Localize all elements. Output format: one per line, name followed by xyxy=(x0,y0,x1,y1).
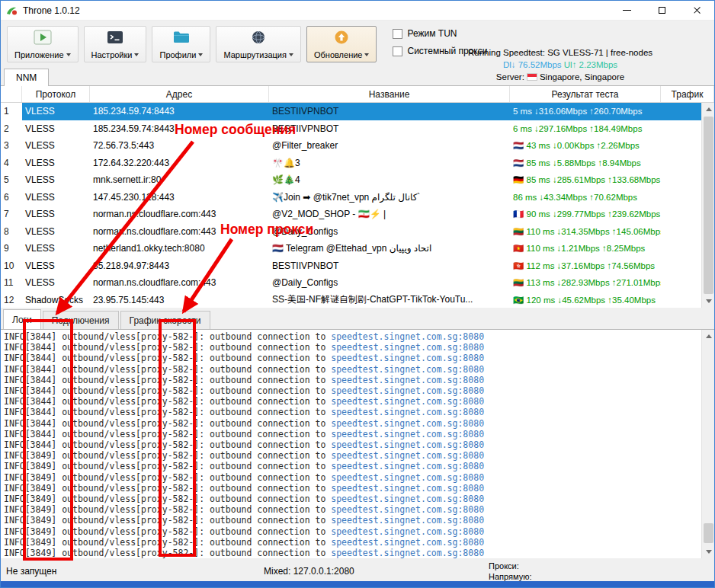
log-url: speedtest.singnet.com.sg:8080 xyxy=(331,515,484,526)
cell-name: BESTIIVPNBOT xyxy=(269,260,510,271)
settings-button[interactable]: Настройки xyxy=(84,26,147,62)
log-line: INFO[3849] outbound/vless[proxy-582-]: o… xyxy=(4,483,701,494)
log-line: INFO[3849] outbound/vless[proxy-582-]: o… xyxy=(4,494,701,504)
cell-proto: VLESS xyxy=(22,243,90,254)
checkbox-icon xyxy=(393,46,402,56)
scroll-down-icon[interactable] xyxy=(702,295,715,308)
update-arrow-icon xyxy=(332,30,351,45)
tab-connections[interactable]: Подключения xyxy=(43,311,119,329)
log-scrollbar[interactable] xyxy=(701,330,714,558)
tun-mode-label: Режим TUN xyxy=(407,28,457,39)
status-bar: Не запущен Mixed: 127.0.0.1:2080 Прокси:… xyxy=(1,558,714,583)
cell-num: 7 xyxy=(1,209,22,219)
header-traffic[interactable]: Трафик xyxy=(661,86,714,102)
speedtest-running-text: Running Speedtest: SG VLESS-71 | free-no… xyxy=(454,46,667,59)
tab-logs[interactable]: Логи xyxy=(3,309,41,329)
table-row[interactable]: 4VLESS172.64.32.220:443🎌🔔3🇳🇱 85 ms ↓5.88… xyxy=(1,155,701,172)
update-button[interactable]: Обновление xyxy=(306,26,377,62)
app-window: Throne 1.0.12 Приложение Настройки xyxy=(0,0,715,588)
log-line: INFO[3844] outbound/vless[proxy-582-]: o… xyxy=(4,429,701,439)
header-corner xyxy=(1,86,22,102)
log-url: speedtest.singnet.com.sg:8080 xyxy=(331,385,484,396)
profiles-label: Профили xyxy=(159,50,196,59)
table-row[interactable]: 2VLESS185.234.59.74:8443BESTIIVPNBOT6 ms… xyxy=(1,120,701,138)
profiles-button[interactable]: Профили xyxy=(152,26,210,62)
server-table: Протокол Адрес Название Результат теста … xyxy=(1,85,714,308)
dropdown-arrow-icon xyxy=(289,53,293,56)
maximize-button[interactable] xyxy=(644,1,679,20)
header-test-result[interactable]: Результат теста xyxy=(510,86,661,102)
table-row[interactable]: 9VLESSnetherland1.okky.tech:8080🇳🇱 Teleg… xyxy=(1,240,701,257)
table-row[interactable]: 6VLESS147.45.230.128:443✈️Join ➡ @tik7ne… xyxy=(1,189,701,206)
log-url: speedtest.singnet.com.sg:8080 xyxy=(331,548,484,558)
cell-addr: 185.234.59.74:8443 xyxy=(90,123,269,134)
cell-num: 10 xyxy=(1,260,22,271)
cell-proto: VLESS xyxy=(22,226,90,237)
log-line: INFO[3844] outbound/vless[proxy-582-]: o… xyxy=(4,439,701,450)
cell-name: BESTIIVPNBOT xyxy=(269,123,510,134)
log-url: speedtest.singnet.com.sg:8080 xyxy=(331,418,484,429)
cell-proto: VLESS xyxy=(22,277,90,288)
cell-proto: VLESS xyxy=(22,123,90,134)
table-row[interactable]: 7VLESSnorman.ns.cloudflare.com:443@V2_MO… xyxy=(1,206,701,223)
table-row[interactable]: 12ShadowSocks23.95.75.145:443SS-美国-NF解谜自… xyxy=(1,292,701,308)
cell-name: @V2_MOD_SHOP - 🇮🇷⚡ | xyxy=(269,209,510,219)
log-url: speedtest.singnet.com.sg:8080 xyxy=(331,407,484,417)
log-line: INFO[3849] outbound/vless[proxy-582-]: o… xyxy=(4,472,701,483)
tab-speed-graph[interactable]: График скорости xyxy=(120,311,210,329)
cell-result: 🇩🇪 85 ms ↓285.61Mbps ↑133.68Mbps xyxy=(510,174,661,185)
header-protocol[interactable]: Протокол xyxy=(22,86,90,102)
maximize-icon xyxy=(659,7,665,14)
log-url: speedtest.singnet.com.sg:8080 xyxy=(331,494,484,504)
log-url: speedtest.singnet.com.sg:8080 xyxy=(331,364,484,375)
scroll-up-icon[interactable] xyxy=(702,330,715,343)
log-url: speedtest.singnet.com.sg:8080 xyxy=(331,450,484,461)
cell-name: @Daily_Configs xyxy=(269,277,510,288)
settings-label: Настройки xyxy=(91,50,133,59)
log-url: speedtest.singnet.com.sg:8080 xyxy=(331,472,484,483)
log-line: INFO[3844] outbound/vless[proxy-582-]: o… xyxy=(4,385,701,396)
cell-result: 🇱🇹 110 ms ↓314.35Mbps ↑145.06Mbps xyxy=(510,226,661,237)
minimize-button[interactable] xyxy=(609,1,644,20)
log-line: INFO[3844] outbound/vless[proxy-582-]: o… xyxy=(4,396,701,407)
header-address[interactable]: Адрес xyxy=(90,86,269,102)
table-row[interactable]: 10VLESS85.218.94.97:8443BESTIIVPNBOT🇭🇰 1… xyxy=(1,257,701,275)
table-row[interactable]: 11VLESSnorman.ns.cloudflare.com:443@Dail… xyxy=(1,274,701,292)
table-scrollbar[interactable] xyxy=(701,103,714,308)
cell-name: ✈️Join ➡ @tik7net_vpn كانال تلگرام` xyxy=(269,192,510,203)
scroll-down-icon[interactable] xyxy=(702,545,715,558)
scroll-up-icon[interactable] xyxy=(702,103,715,116)
table-row[interactable]: 8VLESSnorman.ns.cloudflare.com:443@Daily… xyxy=(1,223,701,241)
cell-num: 6 xyxy=(1,192,22,203)
cell-num: 4 xyxy=(1,158,22,168)
inbound-address-text: Mixed: 127.0.0.1:2080 xyxy=(264,566,354,577)
log-scroll-thumb[interactable] xyxy=(704,523,713,543)
toolbar: Приложение Настройки Профили Маршрутиз xyxy=(1,21,714,68)
group-tab-nnm[interactable]: NNM xyxy=(4,69,49,86)
cell-name: BESTIIVPNBOT xyxy=(269,106,510,117)
cell-num: 8 xyxy=(1,226,22,237)
direct-label: Напрямую: xyxy=(489,572,531,581)
log-url: speedtest.singnet.com.sg:8080 xyxy=(331,526,484,537)
table-row[interactable]: 1VLESS185.234.59.74:8443BESTIIVPNBOT5 ms… xyxy=(1,103,701,120)
log-lines: INFO[3844] outbound/vless[proxy-582-]: o… xyxy=(4,331,701,558)
cell-num: 2 xyxy=(1,123,22,134)
table-row[interactable]: 3VLESS72.56.73.5:443@Filter_breaker🇳🇱 43… xyxy=(1,137,701,155)
cell-result: 🇱🇹 113 ms ↓282.93Mbps ↑271.01Mbps xyxy=(510,277,661,288)
cell-proto: VLESS xyxy=(22,260,90,271)
dropdown-arrow-icon xyxy=(198,53,203,56)
log-url: speedtest.singnet.com.sg:8080 xyxy=(331,429,484,439)
routing-button[interactable]: Маршрутизация xyxy=(216,26,301,62)
cell-name: 🎌🔔3 xyxy=(269,158,510,168)
close-button[interactable] xyxy=(679,1,714,20)
table-scroll-thumb[interactable] xyxy=(704,117,713,294)
tun-mode-checkbox[interactable]: Режим TUN xyxy=(393,28,487,39)
routing-globe-icon xyxy=(249,30,268,45)
cell-proto: VLESS xyxy=(22,209,90,219)
table-row[interactable]: 5VLESSmnk.sernett.ir:80🌿🎄4🇩🇪 85 ms ↓285.… xyxy=(1,171,701,189)
header-name[interactable]: Название xyxy=(269,86,510,102)
app-menu-button[interactable]: Приложение xyxy=(7,26,79,62)
log-url: speedtest.singnet.com.sg:8080 xyxy=(331,331,484,342)
log-line: INFO[3844] outbound/vless[proxy-582-]: o… xyxy=(4,407,701,417)
log-line: INFO[3849] outbound/vless[proxy-582-]: o… xyxy=(4,537,701,548)
